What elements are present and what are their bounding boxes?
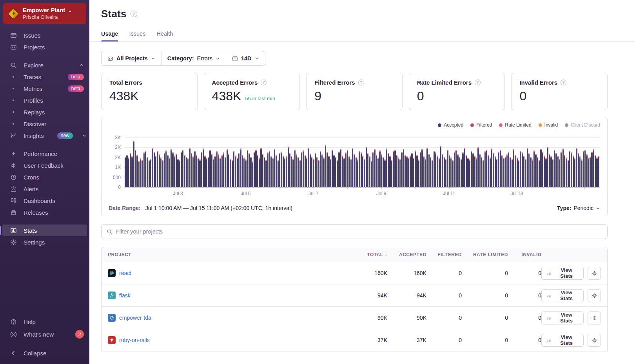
chevron-down-icon: [82, 133, 87, 138]
chart-bar: [442, 154, 443, 187]
chart-bar: [555, 153, 557, 187]
project-settings-button[interactable]: [588, 289, 601, 302]
tab-issues[interactable]: Issues: [129, 31, 146, 41]
sidebar-item-dashboards[interactable]: Dashboards: [0, 195, 89, 206]
sidebar-item-what-s-new[interactable]: What's new2: [0, 328, 89, 340]
column-header-accepted[interactable]: ACCEPTED: [387, 252, 426, 257]
page-title: Stats: [101, 8, 127, 20]
bar-chart-icon: [546, 315, 551, 321]
chart-bar: [483, 160, 484, 187]
sort-arrow-icon: ↓: [383, 252, 387, 257]
chart-bar: [377, 158, 379, 187]
legend-item-rate-limited[interactable]: Rate Limited: [499, 122, 531, 128]
view-stats-button[interactable]: View Stats: [541, 289, 584, 302]
project-link[interactable]: empower-tda: [119, 315, 151, 321]
chart-bar: [333, 155, 334, 187]
chart-bar: [590, 157, 591, 187]
chart-bar: [362, 156, 363, 187]
sidebar-item-collapse[interactable]: Collapse: [0, 347, 89, 359]
row-actions: View Stats: [541, 311, 601, 324]
sidebar-item-user-feedback[interactable]: User Feedback: [0, 159, 89, 171]
help-icon[interactable]: ?: [561, 80, 566, 85]
chart-bar: [323, 158, 324, 187]
view-stats-button[interactable]: View Stats: [541, 267, 584, 280]
chart-bar: [381, 154, 382, 188]
chart-bar: [383, 157, 384, 187]
chart-bar: [203, 148, 204, 187]
legend-label: Client Discard: [571, 122, 600, 128]
column-header-filtered[interactable]: FILTERED: [426, 252, 462, 257]
help-icon[interactable]: ?: [358, 80, 364, 85]
project-link[interactable]: flask: [119, 292, 131, 299]
chart-bar: [135, 150, 136, 187]
bullet-icon: [10, 109, 17, 116]
chart-bar: [393, 151, 394, 187]
project-settings-button[interactable]: [588, 334, 601, 347]
chart-bar: [243, 158, 245, 187]
sidebar-item-crons[interactable]: Crons: [0, 171, 89, 183]
sidebar-item-discover[interactable]: Discover: [0, 118, 89, 130]
chart-bar: [149, 160, 150, 187]
chart-bar: [562, 148, 564, 187]
project-filter-dropdown[interactable]: All Projects: [102, 51, 161, 65]
chart-bar: [472, 153, 474, 187]
accepted-cell: 94K: [387, 292, 426, 299]
view-stats-button[interactable]: View Stats: [541, 311, 584, 324]
help-icon[interactable]: ?: [475, 80, 481, 85]
chart-type-dropdown[interactable]: Type: Periodic: [557, 205, 600, 211]
chart-bar: [254, 152, 255, 187]
sidebar-item-stats[interactable]: Stats: [2, 225, 87, 236]
legend-item-accepted[interactable]: Accepted: [438, 122, 463, 128]
sidebar-item-projects[interactable]: Projects: [0, 41, 89, 53]
project-settings-button[interactable]: [588, 267, 601, 280]
chart-bar: [421, 149, 423, 187]
page-help-icon[interactable]: ?: [131, 11, 137, 17]
project-link[interactable]: ruby-on-rails: [119, 337, 150, 343]
sidebar-item-metrics[interactable]: Metricsbeta: [0, 83, 89, 94]
date-range-dropdown[interactable]: 14D: [226, 51, 265, 65]
y-axis-label: 1K: [115, 165, 121, 170]
sidebar-item-insights[interactable]: Insightsnew: [0, 130, 89, 141]
column-header-invalid[interactable]: INVALID: [508, 252, 541, 257]
legend-item-filtered[interactable]: Filtered: [470, 122, 492, 128]
category-filter-dropdown[interactable]: Category: Errors: [161, 51, 226, 65]
help-icon[interactable]: ?: [261, 80, 267, 85]
legend-item-client-discard[interactable]: Client Discard: [565, 122, 600, 128]
chart-bar: [415, 150, 416, 187]
column-header-project[interactable]: PROJECT: [108, 252, 350, 257]
chart-bar: [342, 156, 343, 187]
sidebar-item-traces[interactable]: Tracesbeta: [0, 71, 89, 83]
settings-icon: [10, 239, 17, 246]
sidebar-item-settings[interactable]: Settings: [0, 236, 89, 248]
column-header-total[interactable]: TOTAL ↓: [350, 252, 387, 257]
legend-item-invalid[interactable]: Invalid: [539, 122, 558, 128]
sidebar-item-help[interactable]: Help: [0, 315, 89, 328]
sidebar-item-releases[interactable]: Releases: [0, 206, 89, 218]
chart-bar: [143, 152, 145, 187]
project-search-input[interactable]: [116, 228, 602, 235]
sidebar-item-profiles[interactable]: Profiles: [0, 94, 89, 106]
chart-bar: [265, 160, 267, 187]
sidebar-item-replays[interactable]: Replays: [0, 106, 89, 118]
org-switcher[interactable]: Empower Plant⌄ Priscila Oliveira: [3, 3, 86, 24]
legend-label: Accepted: [444, 122, 463, 128]
legend-dot-icon: [565, 123, 568, 127]
sidebar-item-alerts[interactable]: Alerts: [0, 183, 89, 195]
chart-bar: [503, 158, 504, 187]
tab-health[interactable]: Health: [156, 31, 173, 41]
project-link[interactable]: react: [119, 270, 131, 276]
chart-bar: [155, 156, 156, 187]
chart-bar: [579, 156, 581, 187]
chart-bar: [204, 156, 205, 187]
chart-bar: [476, 158, 477, 187]
tab-usage[interactable]: Usage: [101, 31, 118, 41]
view-stats-button[interactable]: View Stats: [541, 334, 584, 347]
project-settings-button[interactable]: [588, 311, 601, 324]
chart-bar: [452, 160, 453, 187]
sidebar-item-explore[interactable]: Explore: [0, 59, 89, 71]
sidebar-item-issues[interactable]: Issues: [0, 29, 89, 41]
chart-bar: [288, 147, 289, 187]
chart-bar: [374, 149, 375, 187]
column-header-rate-limited[interactable]: RATE LIMITED: [462, 252, 508, 257]
sidebar-item-performance[interactable]: Performance: [0, 148, 89, 159]
